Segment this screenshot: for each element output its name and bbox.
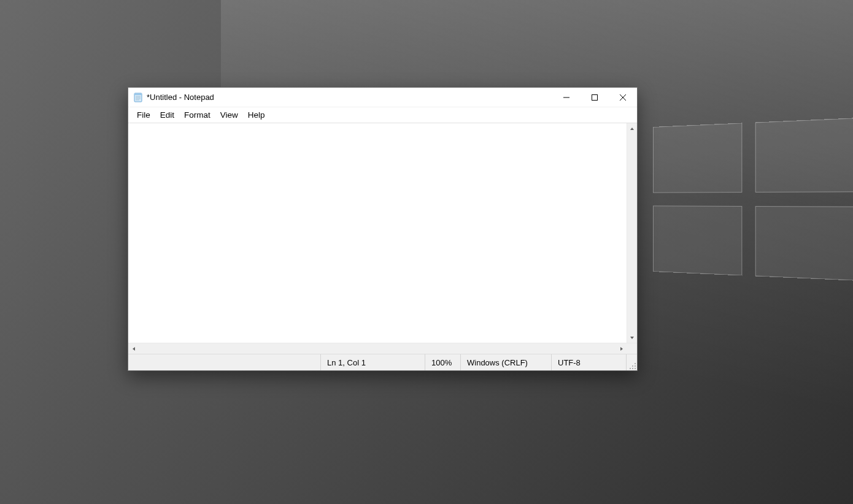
svg-point-10: [635, 368, 636, 369]
menu-bar: File Edit Format View Help: [128, 107, 637, 123]
title-bar[interactable]: *Untitled - Notepad: [128, 88, 637, 107]
minimize-button[interactable]: [552, 88, 581, 107]
status-line-ending: Windows (CRLF): [460, 354, 551, 370]
svg-point-13: [635, 363, 636, 364]
status-zoom: 100%: [425, 354, 460, 370]
status-encoding: UTF-8: [551, 354, 626, 370]
scroll-up-arrow-icon[interactable]: [627, 123, 637, 134]
scroll-down-arrow-icon[interactable]: [627, 332, 637, 343]
status-bar: Ln 1, Col 1 100% Windows (CRLF) UTF-8: [128, 354, 637, 370]
svg-point-15: [630, 368, 631, 369]
resize-grip[interactable]: [626, 354, 637, 370]
svg-rect-7: [592, 94, 598, 100]
svg-point-14: [632, 365, 633, 367]
menu-help[interactable]: Help: [243, 109, 270, 121]
maximize-button[interactable]: [581, 88, 609, 107]
scroll-left-arrow-icon[interactable]: [128, 343, 139, 354]
status-cursor-position: Ln 1, Col 1: [320, 354, 425, 370]
scroll-right-arrow-icon[interactable]: [616, 343, 627, 354]
svg-point-12: [632, 368, 633, 369]
notepad-window: *Untitled - Notepad File Edit Format Vie…: [128, 87, 638, 371]
svg-rect-1: [134, 93, 142, 95]
svg-point-11: [635, 365, 636, 367]
close-button[interactable]: [609, 88, 637, 107]
menu-view[interactable]: View: [215, 109, 243, 121]
menu-format[interactable]: Format: [179, 109, 215, 121]
menu-edit[interactable]: Edit: [155, 109, 179, 121]
vertical-scrollbar[interactable]: [627, 123, 637, 343]
window-title: *Untitled - Notepad: [147, 93, 552, 102]
menu-file[interactable]: File: [132, 109, 155, 121]
horizontal-scrollbar[interactable]: [128, 343, 637, 354]
text-editor[interactable]: [128, 123, 627, 343]
notepad-app-icon: [133, 93, 143, 102]
